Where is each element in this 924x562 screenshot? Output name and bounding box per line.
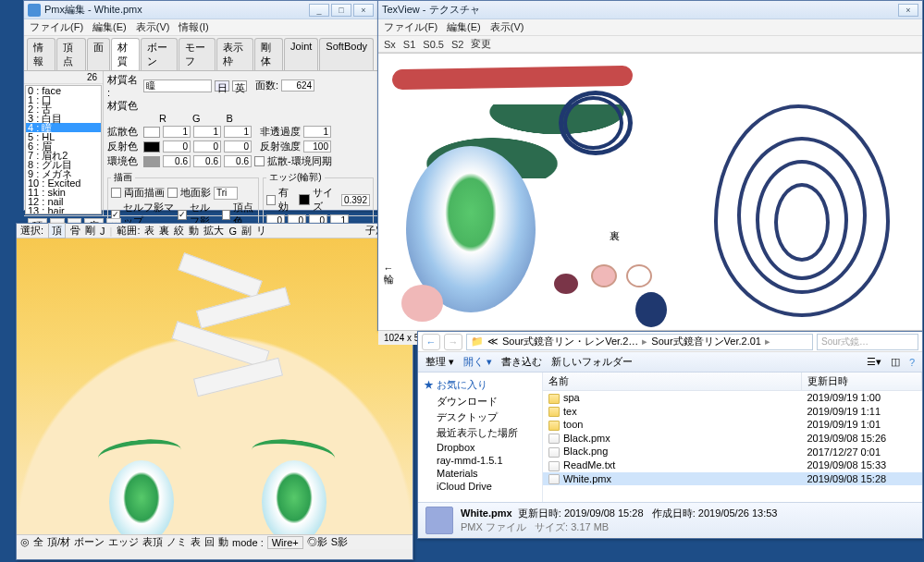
lang-en-button[interactable]: 英 — [232, 80, 247, 92]
diffuse-b[interactable]: 1 — [224, 126, 252, 138]
sel-vertex[interactable]: 頂 — [48, 223, 66, 238]
alpha-input[interactable]: 1 — [303, 126, 331, 138]
sub-button[interactable]: 副 — [241, 224, 252, 238]
amb-b[interactable]: 0.6 — [224, 155, 252, 167]
specp-input[interactable]: 100 — [303, 140, 331, 153]
back-button[interactable]: ← — [422, 334, 440, 350]
file-row[interactable]: ReadMe.txt2019/09/08 15:33 — [543, 458, 922, 472]
crumb-1[interactable]: Sour式鏡音リン・レンVer.2… — [502, 335, 638, 348]
texv-menu-file[interactable]: ファイル(F) — [384, 20, 437, 34]
write-button[interactable]: 書き込む — [501, 355, 542, 369]
material-item[interactable]: 13 : hair — [26, 206, 101, 214]
tab-ボーン[interactable]: ボーン — [141, 38, 178, 70]
breadcrumb[interactable]: 📁 ≪ Sour式鏡音リン・レンVer.2…▸ Sour式鏡音リンVer.2.0… — [466, 334, 813, 350]
sshadow-toggle[interactable]: S影 — [331, 535, 348, 549]
sel-bone[interactable]: 骨 — [70, 224, 80, 238]
zoom-s1[interactable]: S1 — [403, 39, 415, 50]
foot-all[interactable]: 全 — [33, 535, 43, 549]
range-front[interactable]: 表 — [144, 224, 154, 238]
foot-bone[interactable]: ボーン — [74, 535, 105, 549]
zoom-sx[interactable]: Sx — [384, 39, 396, 50]
newfolder-button[interactable]: 新しいフォルダー — [551, 355, 633, 369]
tri-select[interactable]: Tri — [214, 187, 238, 200]
g-button[interactable]: G — [228, 226, 237, 237]
texv-menu-edit[interactable]: 編集(E) — [447, 20, 481, 34]
open-button[interactable]: 開く ▾ — [463, 355, 492, 369]
organize-button[interactable]: 整理 ▾ — [425, 355, 454, 369]
sidebar-raymmd[interactable]: ray-mmd-1.5.1 — [424, 454, 536, 467]
spec-r[interactable]: 0 — [163, 140, 191, 153]
double-cb[interactable] — [111, 188, 121, 198]
foot-front[interactable]: 表 — [191, 535, 201, 549]
file-row[interactable]: toon2019/09/19 1:01 — [543, 418, 922, 432]
sidebar-dropbox[interactable]: Dropbox — [424, 441, 536, 454]
tab-SoftBody[interactable]: SoftBody — [319, 38, 374, 70]
sync-checkbox[interactable] — [254, 156, 265, 166]
tab-モーフ[interactable]: モーフ — [179, 38, 216, 70]
pmx-menu-edit[interactable]: 編集(E) — [92, 20, 127, 34]
file-row[interactable]: Black.png2017/12/27 0:01 — [543, 445, 922, 458]
foot-fit[interactable]: ◎ — [20, 536, 30, 548]
tab-情報[interactable]: 情報 — [27, 38, 55, 70]
spec-g[interactable]: 0 — [193, 140, 221, 153]
pmx-menu-view[interactable]: 表示(V) — [136, 20, 170, 34]
help-button[interactable]: ? — [909, 357, 915, 368]
texview-close-button[interactable]: × — [898, 4, 918, 17]
diffuse-swatch[interactable] — [143, 127, 160, 138]
spec-b[interactable]: 0 — [224, 140, 252, 153]
change-button[interactable]: 変更 — [471, 37, 491, 51]
zoom-button[interactable]: 拡大 — [203, 224, 224, 238]
diffuse-r[interactable]: 1 — [163, 126, 191, 138]
tab-材質[interactable]: 材質 — [111, 38, 140, 70]
pmx-min-button[interactable]: _ — [309, 4, 329, 17]
crumb-root[interactable]: ≪ — [487, 336, 499, 348]
foot-showv[interactable]: 表頂 — [142, 535, 163, 549]
foot-move[interactable]: 動 — [218, 535, 228, 549]
edge-on-cb[interactable] — [266, 195, 276, 205]
file-row[interactable]: spa2019/09/19 1:00 — [543, 391, 922, 405]
range-filter[interactable]: 絞 — [174, 224, 184, 238]
pmx-close-button[interactable]: × — [353, 4, 374, 17]
file-row[interactable]: White.pmx2019/09/08 15:28 — [543, 472, 922, 486]
zoom-s2[interactable]: S2 — [451, 39, 463, 50]
mode-select[interactable]: Wire+ — [267, 536, 303, 549]
spec-swatch[interactable] — [143, 141, 160, 153]
shadow-toggle[interactable]: ◎影 — [307, 535, 327, 549]
col-name[interactable]: 名前 — [543, 373, 802, 391]
reset-button[interactable]: リ — [256, 224, 266, 238]
view-canvas[interactable] — [17, 238, 413, 534]
foot-edge[interactable]: エッジ — [108, 535, 139, 549]
ground-cb[interactable] — [167, 188, 178, 198]
sidebar-downloads[interactable]: ダウンロード — [424, 394, 536, 409]
amb-g[interactable]: 0.6 — [193, 155, 221, 167]
vcol-cb[interactable] — [222, 210, 230, 220]
range-move[interactable]: 動 — [189, 224, 199, 238]
pmx-titlebar[interactable]: Pmx編集 - White.pmx _ □ × — [24, 1, 377, 19]
foot-vertmat[interactable]: 頂/材 — [47, 535, 70, 549]
selfsh-cb[interactable]: ✓ — [178, 210, 187, 220]
pmx-menu-info[interactable]: 情報(I) — [179, 20, 208, 34]
edge-swatch[interactable] — [299, 194, 310, 205]
foot-nomi[interactable]: ノミ — [166, 535, 187, 549]
sidebar-desktop[interactable]: デスクトップ — [424, 409, 536, 425]
tab-剛体[interactable]: 剛体 — [254, 38, 283, 70]
range-back[interactable]: 裏 — [159, 224, 169, 238]
preview-button[interactable]: ◫ — [891, 356, 900, 368]
foot-rot[interactable]: 回 — [204, 535, 215, 549]
sidebar-favorites[interactable]: ★ お気に入り — [424, 378, 536, 392]
edge-size-input[interactable]: 0.392 — [341, 194, 370, 206]
mat-name-input[interactable] — [143, 79, 212, 92]
view-mode-button[interactable]: ☰▾ — [867, 356, 881, 368]
file-row[interactable]: tex2019/09/19 1:11 — [543, 405, 922, 419]
material-list[interactable]: 0 : face1 : 口2 : 舌3 : 白目4 : 瞳5 : HL6 : 眉… — [25, 85, 102, 214]
tab-Joint[interactable]: Joint — [284, 38, 318, 70]
search-input[interactable]: Sour式鏡… — [817, 334, 918, 350]
forward-button[interactable]: → — [444, 334, 462, 350]
sidebar-icloud[interactable]: iCloud Drive — [424, 480, 536, 493]
pmx-menu-file[interactable]: ファイル(F) — [30, 20, 83, 34]
file-row[interactable]: Black.pmx2019/09/08 15:26 — [543, 432, 922, 446]
amb-r[interactable]: 0.6 — [163, 155, 191, 167]
pmx-max-button[interactable]: □ — [331, 4, 351, 17]
crumb-2[interactable]: Sour式鏡音リンVer.2.01 — [651, 335, 761, 348]
col-date[interactable]: 更新日時 — [802, 373, 922, 391]
